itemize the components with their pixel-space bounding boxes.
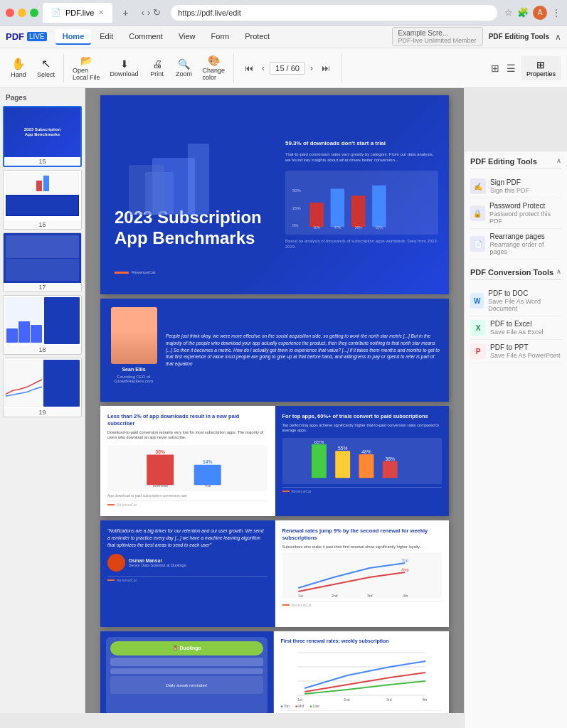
page-thumb-19-num: 19 [4,408,81,417]
password-protect-item[interactable]: 🔒 Password Protect Password protect this… [470,198,561,229]
page-thumb-15[interactable]: 2023 SubscriptionApp Benchmarks 15 [3,106,82,167]
address-bar[interactable]: https://pdf.live/edit [171,5,497,21]
quote1-text: People just think okay, we were more eff… [166,333,440,368]
tab-edit[interactable]: Edit [92,29,120,45]
example-text: Example Scre... [398,29,477,37]
browser-tab[interactable]: 📄 PDF.live ✕ [43,3,112,23]
sign-pdf-icon: ✍ [470,178,486,194]
last-page-btn[interactable]: ⏭ [318,62,334,75]
tab-home[interactable]: Home [55,29,92,45]
password-protect-sub: Password protect this PDF [489,210,561,225]
extensions-icon[interactable]: 🧩 [517,7,529,18]
svg-text:3rd: 3rd [386,697,391,702]
tab-view[interactable]: View [171,29,203,45]
pdf-to-ppt-item[interactable]: P PDF to PPT Save File As PowerPoint [470,340,561,363]
pages-panel-title: Pages [3,91,82,106]
editing-tools-label: PDF Editing Tools [470,157,537,166]
slide17-left-quote: "Notifications are a big driver for our … [107,528,267,548]
profile-icon[interactable]: A [533,6,547,20]
svg-text:4th: 4th [403,594,408,598]
select-tool-btn[interactable]: ↖ Select [33,55,59,81]
pdf-to-excel-text: PDF to Excel Save File As Excel [490,320,544,336]
color-icon: 🎨 [208,55,220,65]
next-page-btn[interactable]: › [307,62,317,75]
page-thumb-16-num: 16 [4,220,81,229]
print-label: Print [150,70,164,77]
forward-btn[interactable]: › [147,7,150,18]
pdf-to-doc-sub: Save File As Word Document [488,298,561,312]
zoom-btn[interactable]: 🔍 Zoom [171,56,197,80]
svg-rect-5 [351,196,366,227]
grid-view-btn[interactable]: ⊞ [489,60,502,76]
zoom-label: Zoom [176,70,192,77]
svg-text:0%: 0% [292,223,298,228]
app-toolbar: PDF LIVE Home Edit Comment View Form Pro… [0,26,567,48]
download-btn[interactable]: ⬇ Download [106,56,143,80]
download-icon: ⬇ [120,59,129,69]
tab-title: PDF.live [65,9,94,17]
bookmark-icon[interactable]: ☆ [504,7,513,18]
menu-icon[interactable]: ⋮ [551,7,561,18]
tab-close-btn[interactable]: ✕ [98,9,104,16]
pdf-content-area[interactable]: 2023 Subscription App Benchmarks Revenue… [85,88,464,713]
prev-page-btn[interactable]: ‹ [258,62,268,75]
page-thumb-17[interactable]: 17 [3,232,82,292]
page-thumb-18[interactable]: 18 [3,295,82,355]
page-total: 60 [291,64,300,73]
sign-pdf-item[interactable]: ✍ Sign PDF Sign this PDF [470,175,561,198]
close-dot[interactable] [6,9,14,17]
print-btn[interactable]: 🖨 Print [144,56,170,80]
select-label: Select [37,71,55,78]
hand-tool-btn[interactable]: ✋ Hand [6,55,31,81]
editing-tools-section: PDF Editing Tools ∧ ✍ Sign PDF Sign this… [470,157,561,259]
tab-form[interactable]: Form [204,29,237,45]
pdf-to-excel-item[interactable]: X PDF to Excel Save File As Excel [470,316,561,340]
pdf-to-doc-item[interactable]: W PDF to DOC Save File As Word Document [470,286,561,316]
fullscreen-dot[interactable] [30,9,38,17]
page-nav-controls: ⏮ ‹ 15 / 60 › ⏭ [241,62,334,75]
page-indicator[interactable]: 15 / 60 [270,62,305,75]
browser-action-icons: ☆ 🧩 A ⋮ [504,6,561,20]
print-icon: 🖨 [152,59,162,69]
pdf-page-16-stats: Less than 2% of app downloads result in … [100,406,449,516]
svg-rect-19 [359,454,373,478]
rearrange-pages-item[interactable]: 📄 Rearrange pages Rearrange order of pag… [470,229,561,259]
tab-comment[interactable]: Comment [122,29,170,45]
password-protect-text: Password Protect Password protect this P… [489,202,561,225]
collapse-header-btn[interactable]: ∧ [555,32,561,42]
first-page-btn[interactable]: ⏮ [241,62,257,75]
page-thumb-16[interactable]: 16 [3,170,82,230]
change-color-label: Changecolor [203,67,226,81]
slide15-right-body: Trial-to-paid conversion rates vary grea… [285,151,438,164]
svg-text:52%: 52% [376,226,383,230]
properties-btn[interactable]: ⊞ Properties [521,56,561,80]
revcat-logo-16l: RevenueCat [117,503,137,507]
pdf-page-17b: 🦉 Duolingo Daily streak reminder! 3x mor… [100,631,449,713]
reload-btn[interactable]: ↻ [153,7,161,18]
open-local-btn[interactable]: 📂 OpenLocal File [68,53,105,84]
list-view-btn[interactable]: ☰ [504,60,518,76]
change-color-btn[interactable]: 🎨 Changecolor [198,53,230,84]
slide17-right-chart: 1st 2nd 3rd 4th Top Avg [282,552,443,599]
right-panel: PDF Editing Tools ∧ ✍ Sign PDF Sign this… [464,151,567,728]
quote1-author: Sean Ellis [122,367,145,372]
svg-text:Download: Download [153,484,168,488]
slide15-right-heading: 59.3% of downloads don't start a trial [285,140,438,147]
editing-tools-collapse[interactable]: ∧ [556,157,561,166]
slide16-right-title: For top apps, 60%+ of trials convert to … [282,413,443,420]
page-thumb-19[interactable]: 19 [3,358,82,417]
ppt-icon: P [470,343,486,359]
minimize-dot[interactable] [18,9,26,17]
slide16-right-chart: 65% 55% 48% 38% [282,438,443,484]
open-icon: 📂 [80,55,92,65]
tab-protect[interactable]: Protect [238,29,277,45]
conversion-tools-section: PDF Conversion Tools ∧ W PDF to DOC Save… [470,268,561,363]
new-tab-btn[interactable]: + [117,6,134,20]
conversion-tools-collapse[interactable]: ∧ [556,268,561,277]
pdf-to-excel-title: PDF to Excel [490,320,544,328]
slide16-left-title: Less than 2% of app downloads result in … [107,413,267,427]
svg-text:14%: 14% [203,459,212,464]
pdf-to-doc-text: PDF to DOC Save File As Word Document [488,289,561,312]
back-btn[interactable]: ‹ [142,7,144,18]
sign-pdf-title: Sign PDF [490,178,529,187]
